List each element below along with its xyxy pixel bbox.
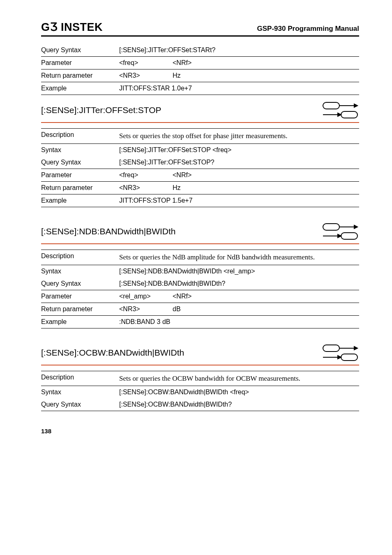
return-label: Return parameter <box>41 184 119 192</box>
return-type: Hz <box>173 72 359 79</box>
return-type: dB <box>173 305 359 313</box>
table-row: Parameter <freq> <NRf> <box>41 169 359 182</box>
table-row: Example JITT:OFFS:STAR 1.0e+7 <box>41 82 359 95</box>
description-text: Sets or queries the stop offset for phas… <box>119 131 359 141</box>
section-heading: [:SENSe]:OCBW:BANDwidth|BWIDth <box>41 328 359 365</box>
svg-marker-14 <box>354 347 357 350</box>
return-label: Return parameter <box>41 72 119 79</box>
section-title: [:SENSe]:OCBW:BANDwidth|BWIDth <box>41 348 184 358</box>
svg-marker-10 <box>338 234 341 238</box>
example-value: JITT:OFFS:STOP 1.5e+7 <box>119 197 359 204</box>
return-name: <NR3> <box>119 184 173 192</box>
syntax-value: [:SENSe]:OCBW:BANDwidth|BWIDth <freq> <box>119 388 359 396</box>
parameter-label: Parameter <box>41 171 119 179</box>
return-label: Return parameter <box>41 305 119 313</box>
page-number: 138 <box>41 428 359 435</box>
svg-rect-12 <box>323 345 339 352</box>
parameter-name: <freq> <box>119 59 173 67</box>
brand-logo: GƷ INSTEK <box>41 21 103 34</box>
syntax-value: [:SENSe]:NDB:BANDwidth|BWIDth <rel_amp> <box>119 268 359 275</box>
parameter-name: <freq> <box>119 171 173 179</box>
query-syntax-value: [:SENSe]:NDB:BANDwidth|BWIDth? <box>119 280 359 287</box>
query-syntax-value: [:SENSe]:OCBW:BANDwidth|BWIDth? <box>119 401 359 408</box>
table-row: Description Sets or queries the OCBW ban… <box>41 371 359 386</box>
divider <box>41 365 359 371</box>
example-label: Example <box>41 85 119 92</box>
return-name: <NR3> <box>119 72 173 79</box>
table-row: Syntax [:SENSe]:OCBW:BANDwidth|BWIDth <f… <box>41 386 359 398</box>
table-row: Description Sets or queries the stop off… <box>41 129 359 144</box>
section-title: [:SENSe]:NDB:BANDwidth|BWIDth <box>41 227 176 236</box>
table-row: Parameter <rel_amp> <NRf> <box>41 290 359 303</box>
table-row: Parameter <freq> <NRf> <box>41 57 359 69</box>
table-row: Example JITT:OFFS:STOP 1.5e+7 <box>41 194 359 207</box>
query-syntax-label: Query Syntax <box>41 159 119 166</box>
description-text: Sets or queries the OCBW bandwidth for O… <box>119 374 359 384</box>
section-title: [:SENSe]:JITTer:OFFSet:STOP <box>41 105 161 115</box>
svg-marker-8 <box>354 225 357 229</box>
query-syntax-label: Query Syntax <box>41 46 119 54</box>
example-value: JITT:OFFS:STAR 1.0e+7 <box>119 85 359 92</box>
description-label: Description <box>41 131 119 141</box>
syntax-label: Syntax <box>41 388 119 396</box>
section-heading: [:SENSe]:NDB:BANDwidth|BWIDth <box>41 207 359 244</box>
set-query-icon <box>322 102 359 119</box>
manual-title: GSP-930 Programming Manual <box>257 25 359 33</box>
section-heading: [:SENSe]:JITTer:OFFSet:STOP <box>41 95 359 123</box>
svg-rect-5 <box>341 111 357 118</box>
table-row: Syntax [:SENSe]:JITTer:OFFSet:STOP <freq… <box>41 144 359 156</box>
syntax-label: Syntax <box>41 146 119 154</box>
table-row: Query Syntax [:SENSe]:NDB:BANDwidth|BWID… <box>41 278 359 290</box>
set-query-icon <box>322 223 359 240</box>
query-syntax-value: [:SENSe]:JITTer:OFFSet:STOP? <box>119 159 359 166</box>
table-row: Description Sets or queries the NdB ampl… <box>41 250 359 265</box>
query-syntax-label: Query Syntax <box>41 280 119 287</box>
table-row: Query Syntax [:SENSe]:JITTer:OFFSet:STOP… <box>41 156 359 169</box>
parameter-name: <rel_amp> <box>119 293 173 300</box>
svg-rect-17 <box>341 354 357 361</box>
syntax-value: [:SENSe]:JITTer:OFFSet:STOP <freq> <box>119 146 359 154</box>
svg-marker-4 <box>338 113 341 116</box>
table-row: Syntax [:SENSe]:NDB:BANDwidth|BWIDth <re… <box>41 265 359 278</box>
description-text: Sets or queries the NdB amplitude for Nd… <box>119 252 359 262</box>
set-query-icon <box>322 344 359 361</box>
query-syntax-label: Query Syntax <box>41 401 119 408</box>
table-row: Return parameter <NR3> dB <box>41 303 359 316</box>
divider <box>41 123 359 129</box>
table-row: Example :NDB:BAND 3 dB <box>41 316 359 328</box>
parameter-type: <NRf> <box>173 59 359 67</box>
page-header: GƷ INSTEK GSP-930 Programming Manual <box>41 21 359 37</box>
parameter-label: Parameter <box>41 293 119 300</box>
svg-rect-0 <box>323 102 339 109</box>
table-row: Return parameter <NR3> Hz <box>41 182 359 194</box>
divider <box>41 244 359 250</box>
example-label: Example <box>41 197 119 204</box>
table-row: Query Syntax [:SENSe]:OCBW:BANDwidth|BWI… <box>41 398 359 411</box>
svg-rect-6 <box>323 224 339 230</box>
syntax-label: Syntax <box>41 268 119 275</box>
return-name: <NR3> <box>119 305 173 313</box>
parameter-type: <NRf> <box>173 293 359 300</box>
svg-marker-2 <box>354 104 357 107</box>
svg-marker-16 <box>338 356 341 359</box>
example-label: Example <box>41 318 119 326</box>
description-label: Description <box>41 374 119 384</box>
description-label: Description <box>41 252 119 262</box>
svg-rect-11 <box>341 233 357 239</box>
return-type: Hz <box>173 184 359 192</box>
table-row: Return parameter <NR3> Hz <box>41 69 359 82</box>
example-value: :NDB:BAND 3 dB <box>119 318 359 326</box>
table-row: Query Syntax [:SENSe]:JITTer:OFFSet:STAR… <box>41 44 359 57</box>
parameter-type: <NRf> <box>173 171 359 179</box>
parameter-label: Parameter <box>41 59 119 67</box>
query-syntax-value: [:SENSe]:JITTer:OFFSet:STARt? <box>119 46 359 54</box>
